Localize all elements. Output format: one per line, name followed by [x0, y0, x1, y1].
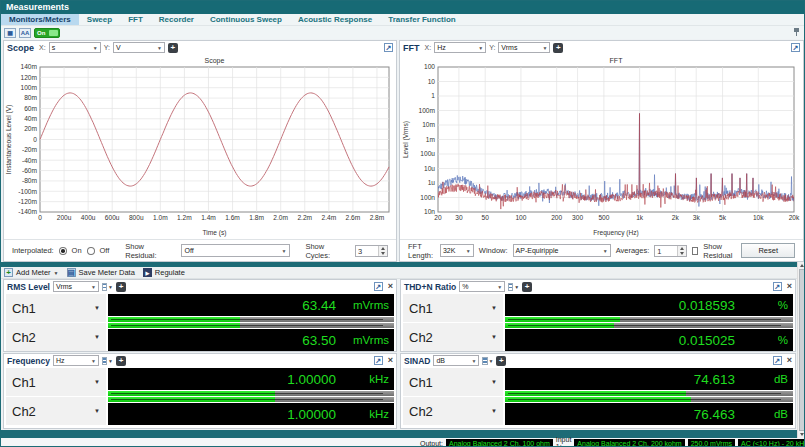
spin-down-icon[interactable]	[381, 252, 385, 255]
svg-text:2.2m: 2.2m	[297, 214, 312, 221]
fft-x-unit-select[interactable]: Hz▼	[434, 42, 486, 53]
popout-icon[interactable]: ↗	[374, 282, 383, 291]
svg-text:2k: 2k	[672, 214, 680, 221]
fft-chart[interactable]: FFT100101100m10m1m100u10u1u100n10n203050…	[400, 54, 803, 238]
add-meter-label: Add Meter	[16, 268, 51, 277]
scrollbar-thumb[interactable]	[799, 269, 805, 431]
interpolated-on-radio[interactable]	[59, 247, 67, 255]
svg-text:80m: 80m	[24, 94, 37, 101]
input1-range-badge[interactable]: 250.0 mVrms	[688, 439, 735, 447]
close-icon[interactable]: ×	[787, 356, 792, 365]
spin-up-icon[interactable]	[381, 247, 385, 250]
svg-text:1.6m: 1.6m	[225, 214, 240, 221]
svg-text:3k: 3k	[693, 214, 701, 221]
spin-up-icon[interactable]	[680, 247, 684, 250]
pin-icon[interactable]	[793, 28, 800, 36]
meter-value-unit: mVrms	[336, 334, 394, 346]
reset-button[interactable]: Reset	[741, 243, 795, 258]
tab-fft[interactable]: FFT	[120, 14, 151, 25]
meters-scrollbar[interactable]	[797, 262, 805, 438]
popout-icon[interactable]: ↗	[384, 43, 393, 52]
meter-unit-select[interactable]: Vrms▼	[53, 281, 99, 292]
averages-stepper[interactable]: 1	[654, 245, 687, 257]
fft-length-select[interactable]: 32K▼	[440, 244, 474, 257]
meter-unit-select[interactable]: %▼	[459, 281, 505, 292]
meter-settings-icon[interactable]: +	[116, 356, 126, 366]
close-icon[interactable]: ×	[388, 282, 393, 291]
svg-text:10: 10	[428, 78, 436, 85]
tab-transfer-function[interactable]: Transfer Function	[380, 14, 464, 25]
window-select[interactable]: AP-Equiripple▼	[513, 244, 611, 257]
svg-text:100n: 100n	[420, 194, 435, 201]
meter-settings-icon[interactable]: +	[116, 282, 126, 292]
svg-text:-120m: -120m	[18, 198, 37, 205]
svg-text:500: 500	[598, 214, 609, 221]
channel-selector[interactable]: Ch2▼	[403, 397, 503, 425]
generator-on-toggle[interactable]: On	[34, 28, 60, 38]
scope-x-unit-select[interactable]: s▼	[49, 42, 101, 53]
meter-unit-select[interactable]: dB▼	[433, 355, 479, 366]
meter-display-mode-icon[interactable]: ▼	[482, 356, 493, 365]
popout-icon[interactable]: ↗	[374, 356, 383, 365]
add-trace-icon[interactable]: +	[168, 43, 178, 53]
layout-grid-icon[interactable]: ▦	[4, 28, 16, 38]
autoscale-aa-icon[interactable]: AA	[19, 28, 31, 38]
regulate-button[interactable]: ▶ Regulate	[143, 268, 185, 277]
close-icon[interactable]: ×	[388, 356, 393, 365]
meter-settings-icon[interactable]: +	[522, 282, 532, 292]
add-meter-button[interactable]: + Add Meter ▼	[4, 268, 59, 277]
tab-sweep[interactable]: Sweep	[79, 14, 120, 25]
popout-icon[interactable]: ↗	[773, 356, 782, 365]
show-residual-checkbox[interactable]	[692, 247, 698, 255]
svg-text:140m: 140m	[21, 63, 38, 70]
scope-chart[interactable]: Scope140m120m100m80m60m40m20m0-20m-40m-6…	[4, 54, 396, 238]
scope-panel: Scope X: s▼ Y: V▼ + ↗ Scope140m120m100m8…	[3, 40, 397, 262]
chevron-down-icon: ▼	[91, 284, 96, 290]
svg-text:1.8m: 1.8m	[249, 214, 264, 221]
channel-label: Ch2	[12, 404, 36, 419]
svg-text:400u: 400u	[81, 214, 96, 221]
input1-filter-badge[interactable]: AC (<10 Hz) - 20 kHz	[738, 439, 805, 447]
meter-panel-thdn-ratio: THD+N Ratio %▼ ▼ + ↗ × Ch1▼ 0.018593 % C…	[400, 279, 796, 352]
scroll-up-icon[interactable]	[800, 264, 804, 267]
tab-bar: Monitors/Meters Sweep FFT Recorder Conti…	[1, 14, 805, 26]
tab-acoustic-response[interactable]: Acoustic Response	[290, 14, 380, 25]
fft-y-unit-select[interactable]: Vrms▼	[498, 42, 550, 53]
interpolated-off-radio[interactable]	[87, 247, 95, 255]
meter-display-mode-icon[interactable]: ▼	[102, 282, 113, 291]
channel-selector[interactable]: Ch1▼	[403, 294, 503, 322]
channel-selector[interactable]: Ch1▼	[6, 294, 106, 322]
tab-continuous-sweep[interactable]: Continuous Sweep	[202, 14, 290, 25]
save-meter-data-button[interactable]: ▤ Save Meter Data	[67, 268, 135, 277]
close-icon[interactable]: ×	[787, 282, 792, 291]
popout-icon[interactable]: ↗	[773, 282, 782, 291]
svg-text:1.2m: 1.2m	[177, 214, 192, 221]
add-trace-icon[interactable]: +	[553, 43, 563, 53]
meter-unit-select[interactable]: Hz▼	[53, 355, 99, 366]
popout-icon[interactable]: ↗	[791, 43, 800, 52]
scope-y-unit-select[interactable]: V▼	[113, 42, 165, 53]
svg-text:1u: 1u	[428, 179, 436, 186]
meter-unit-value: dB	[436, 357, 445, 364]
meter-display-mode-icon[interactable]: ▼	[102, 356, 113, 365]
tab-recorder[interactable]: Recorder	[151, 14, 202, 25]
show-residual-select[interactable]: Off▼	[181, 244, 289, 257]
tab-monitors-meters[interactable]: Monitors/Meters	[1, 14, 79, 25]
channel-selector[interactable]: Ch1▼	[403, 368, 503, 396]
svg-text:50: 50	[482, 214, 490, 221]
show-cycles-stepper[interactable]: 3	[355, 245, 388, 257]
input1-config-badge[interactable]: Analog Balanced 2 Ch, 200 kohm	[574, 439, 684, 447]
scope-y-unit-value: V	[116, 44, 121, 51]
channel-selector[interactable]: Ch2▼	[403, 323, 503, 351]
spin-down-icon[interactable]	[680, 252, 684, 255]
channel-selector[interactable]: Ch1▼	[6, 368, 106, 396]
channel-selector[interactable]: Ch2▼	[6, 323, 106, 351]
scroll-down-icon[interactable]	[800, 433, 804, 436]
meter-settings-icon[interactable]: +	[496, 356, 506, 366]
meter-display-mode-icon[interactable]: ▼	[508, 282, 519, 291]
output-config-badge[interactable]: Analog Balanced 2 Ch, 100 ohm	[446, 439, 553, 447]
window-title: Measurements	[1, 1, 805, 14]
chevron-down-icon: ▼	[94, 334, 100, 340]
channel-selector[interactable]: Ch2▼	[6, 397, 106, 425]
meter-name: RMS Level	[7, 282, 50, 292]
